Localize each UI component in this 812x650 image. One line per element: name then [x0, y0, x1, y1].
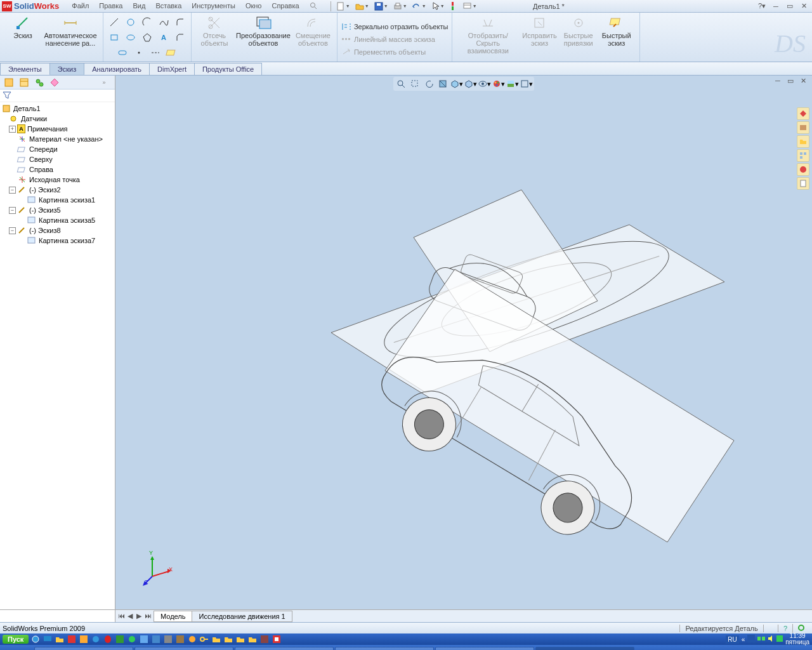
qat-open-icon[interactable]: ▼: [353, 1, 371, 11]
appearance-icon[interactable]: ▾: [492, 78, 505, 90]
tab-next-icon[interactable]: ▶: [134, 612, 143, 620]
ql-app10-icon[interactable]: [259, 634, 270, 644]
tree-item[interactable]: −(-) Эскиз8: [0, 225, 115, 235]
ql-opera-icon[interactable]: [103, 634, 113, 644]
tree-item[interactable]: Картинка эскиза7: [0, 235, 115, 246]
scene-icon[interactable]: ▾: [506, 78, 519, 90]
orientation-triad[interactable]: Y X Z: [141, 552, 173, 584]
qat-save-icon[interactable]: ▼: [372, 1, 390, 11]
tray-vol-icon[interactable]: [768, 635, 774, 643]
task-item[interactable]: SolidWorks Premium ...: [535, 647, 634, 650]
view-orientation-icon[interactable]: ▾: [450, 78, 463, 90]
view-palette-icon[interactable]: [797, 149, 809, 162]
ql-app2-icon[interactable]: [91, 634, 101, 644]
arc-icon[interactable]: [140, 16, 154, 29]
quick-snaps-button[interactable]: Быстрые привязки: [560, 14, 598, 48]
menu-search-icon[interactable]: [304, 1, 322, 12]
hide-show-icon[interactable]: ▾: [478, 78, 491, 90]
custom-props-icon[interactable]: [797, 177, 809, 190]
circle-icon[interactable]: [124, 16, 138, 29]
tree-root[interactable]: Деталь1: [0, 103, 115, 114]
linear-pattern-button[interactable]: Линейный массив эскиза: [341, 35, 435, 44]
view-settings-icon[interactable]: ▾: [520, 78, 533, 90]
text-icon[interactable]: A: [157, 31, 171, 44]
maximize-button[interactable]: ▭: [784, 1, 796, 11]
tree-item[interactable]: Датчики: [0, 114, 115, 124]
ql-app6-icon[interactable]: [151, 634, 161, 644]
tab-sketch[interactable]: Эскиз: [49, 63, 84, 75]
lang-indicator[interactable]: RU: [726, 635, 738, 644]
rapid-sketch-button[interactable]: Быстрый эскиз: [598, 14, 636, 48]
qat-new-icon[interactable]: ▼: [334, 1, 352, 11]
sw-resources-icon[interactable]: [797, 107, 809, 120]
tab-last-icon[interactable]: ⏭: [143, 612, 152, 620]
trim-button[interactable]: Отсечь объекты: [195, 14, 233, 48]
display-relations-button[interactable]: Отобразить/Скрыть взаимосвязи: [456, 14, 520, 56]
ql-key-icon[interactable]: [199, 634, 209, 644]
ql-app1-icon[interactable]: [79, 634, 89, 644]
task-item[interactable]: RefClientsPersons: [335, 647, 434, 650]
doc-close-button[interactable]: ✕: [798, 77, 808, 86]
task-item[interactable]: BCenter: [134, 647, 233, 650]
qat-select-icon[interactable]: ▼: [429, 1, 447, 11]
doc-restore-button[interactable]: ▭: [785, 77, 796, 86]
menu-help[interactable]: Справка: [266, 1, 304, 12]
ql-folder1-icon[interactable]: [211, 634, 221, 644]
ellipse-icon[interactable]: [124, 31, 138, 44]
tab-features[interactable]: Элементы: [0, 63, 50, 75]
tree-item[interactable]: Спереди: [0, 144, 115, 154]
polygon-icon[interactable]: [140, 31, 154, 44]
ql-app3-icon[interactable]: [115, 634, 125, 644]
zoom-fit-icon[interactable]: [395, 78, 407, 90]
tree-item[interactable]: Справа: [0, 164, 115, 175]
ql-app7-icon[interactable]: [163, 634, 173, 644]
graphics-area[interactable]: ▾ ▾ ▾ ▾ ▾ ▾ ─ ▭ ✕: [115, 76, 812, 609]
ql-app4-icon[interactable]: [127, 634, 137, 644]
tab-office[interactable]: Продукты Office: [194, 63, 262, 75]
menu-view[interactable]: Вид: [128, 1, 151, 12]
previous-view-icon[interactable]: [422, 78, 435, 90]
ql-app8-icon[interactable]: [175, 634, 185, 644]
point-icon[interactable]: [132, 46, 146, 59]
task-item[interactable]: [151-103-866] - Окно со...: [435, 647, 534, 650]
menu-file[interactable]: Файл: [67, 1, 94, 12]
ql-folder3-icon[interactable]: [235, 634, 246, 644]
tree-item[interactable]: −(-) Эскиз5: [0, 205, 115, 215]
ql-desktop-icon[interactable]: [43, 634, 53, 644]
tree-item[interactable]: Материал <не указан>: [0, 134, 115, 144]
minimize-button[interactable]: ─: [770, 1, 782, 11]
mirror-button[interactable]: Зеркально отразить объекты: [341, 22, 448, 31]
tray-app-icon[interactable]: [776, 635, 783, 643]
section-view-icon[interactable]: [436, 78, 449, 90]
offset-button[interactable]: Смещение объектов: [293, 14, 333, 48]
filter-bar[interactable]: [0, 90, 115, 102]
status-rebuild-icon[interactable]: [792, 624, 809, 633]
ql-explorer-icon[interactable]: [55, 634, 65, 644]
smart-dimension-button[interactable]: Автоматическое нанесение ра...: [42, 14, 99, 48]
clock[interactable]: 11:39 пятница: [785, 633, 809, 646]
plane-tool-icon[interactable]: [165, 46, 179, 59]
display-style-icon[interactable]: ▾: [464, 78, 477, 90]
ql-folder4-icon[interactable]: [247, 634, 258, 644]
feature-manager-tab-icon[interactable]: [2, 77, 16, 88]
start-button[interactable]: Пуск: [3, 635, 29, 644]
ql-app9-icon[interactable]: [187, 634, 197, 644]
ql-app5-icon[interactable]: [139, 634, 149, 644]
file-explorer-icon[interactable]: [797, 135, 809, 148]
tree-item[interactable]: −(-) Эскиз2: [0, 185, 115, 195]
spline-icon[interactable]: [157, 16, 171, 29]
tree-item[interactable]: Картинка эскиза1: [0, 195, 115, 205]
panel-expand-icon[interactable]: »: [97, 77, 111, 88]
qat-rebuild-icon[interactable]: [449, 1, 460, 11]
slot-icon[interactable]: [115, 46, 129, 59]
ql-app11-icon[interactable]: [272, 634, 282, 644]
menu-insert[interactable]: Вставка: [150, 1, 187, 12]
qat-print-icon[interactable]: ▼: [391, 1, 409, 11]
menu-edit[interactable]: Правка: [94, 1, 128, 12]
tray-expand-icon[interactable]: «: [742, 636, 745, 643]
fillet-icon[interactable]: [173, 16, 187, 29]
qat-options-icon[interactable]: ▼: [461, 1, 479, 11]
repair-sketch-button[interactable]: Исправить эскиз: [520, 14, 559, 48]
tab-dimxpert[interactable]: DimXpert: [149, 63, 195, 75]
task-item[interactable]: 1279:883 - Sapr2k.ru ->...: [34, 647, 133, 650]
